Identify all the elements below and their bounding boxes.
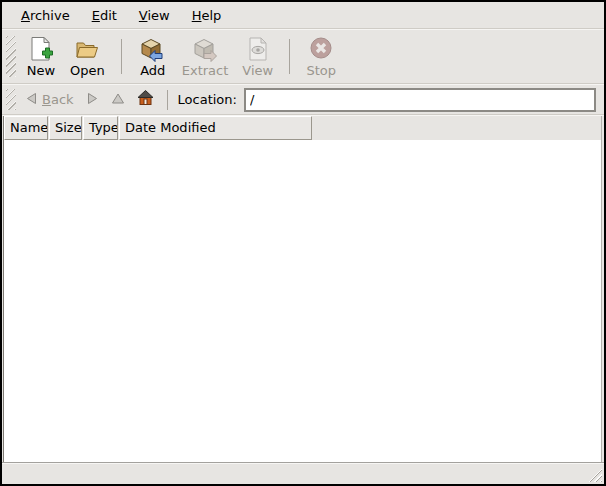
add-button[interactable]: Add — [131, 32, 175, 81]
up-button — [105, 90, 131, 110]
back-button-label: B — [42, 92, 51, 107]
view-file-icon — [246, 34, 270, 62]
toolbar-separator — [121, 39, 122, 74]
statusbar — [2, 463, 604, 484]
back-arrow-icon — [25, 92, 38, 108]
forward-arrow-icon — [86, 92, 99, 108]
extract-button-label: Extract — [182, 63, 229, 79]
file-list: Name Size Type Date Modified — [3, 116, 602, 462]
menu-help[interactable]: Help — [181, 2, 233, 28]
column-header-date-modified[interactable]: Date Modified — [119, 116, 312, 140]
stop-button-label: Stop — [306, 63, 336, 79]
open-button[interactable]: Open — [63, 32, 112, 81]
navbar-separator — [167, 90, 168, 110]
archive-manager-window: Archive Edit View Help New — [0, 0, 606, 486]
menu-archive-label: A — [21, 8, 30, 23]
location-label: Location: — [178, 92, 237, 107]
menu-edit[interactable]: Edit — [81, 2, 128, 28]
stop-icon — [308, 34, 334, 62]
extract-archive-icon — [192, 34, 219, 62]
open-folder-icon — [74, 34, 100, 62]
new-archive-icon — [28, 34, 54, 62]
menu-edit-label: E — [92, 8, 100, 23]
toolbar: New Open Add — [2, 30, 604, 83]
column-header-type[interactable]: Type — [83, 116, 118, 140]
column-header-name[interactable]: Name — [4, 116, 48, 140]
forward-button — [80, 90, 105, 110]
file-list-body[interactable] — [4, 140, 601, 462]
view-button-label: View — [242, 63, 273, 79]
toolbar-drag-handle[interactable] — [6, 36, 16, 77]
home-button[interactable] — [131, 88, 160, 111]
home-icon — [137, 90, 154, 109]
add-button-label: Add — [140, 63, 165, 79]
back-button: Back — [19, 90, 80, 110]
up-arrow-icon — [111, 92, 125, 108]
toolbar-separator — [289, 39, 290, 74]
column-header-filler — [313, 116, 601, 140]
new-button-label: New — [27, 63, 55, 79]
new-button[interactable]: New — [19, 32, 63, 81]
resize-grip[interactable] — [588, 468, 602, 482]
view-button: View — [235, 32, 280, 81]
open-button-label: Open — [70, 63, 105, 79]
location-bar-drag-handle[interactable] — [6, 89, 16, 110]
extract-button: Extract — [175, 32, 236, 81]
column-header-size[interactable]: Size — [49, 116, 82, 140]
location-input[interactable] — [244, 88, 596, 112]
menubar: Archive Edit View Help — [2, 2, 604, 28]
menu-archive[interactable]: Archive — [10, 2, 81, 28]
column-headers: Name Size Type Date Modified — [4, 116, 601, 140]
menu-view[interactable]: View — [128, 2, 181, 28]
add-to-archive-icon — [139, 34, 166, 62]
stop-button: Stop — [299, 32, 343, 81]
location-bar: Back — [2, 85, 604, 114]
